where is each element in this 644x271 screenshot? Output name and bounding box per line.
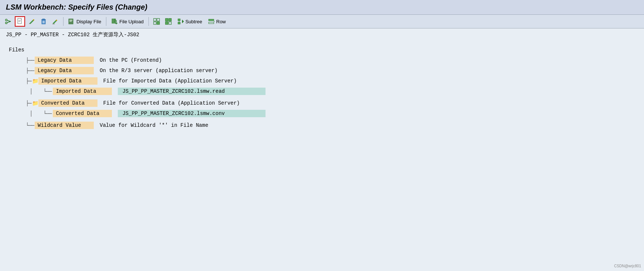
row-icon bbox=[208, 18, 215, 25]
new-doc-button[interactable] bbox=[15, 16, 25, 27]
row-label: Row bbox=[216, 19, 226, 24]
svg-rect-31 bbox=[169, 18, 171, 21]
svg-rect-15 bbox=[52, 24, 55, 24]
main-content: Files ├── Legacy Data On the PC (Fronten… bbox=[0, 41, 644, 136]
svg-rect-26 bbox=[154, 18, 156, 21]
watermark: CSDN@wrjc801 bbox=[614, 264, 641, 268]
tree-row[interactable]: │ └── Imported Data JS_PP_PP_MASTER_ZCRC… bbox=[30, 87, 635, 96]
svg-rect-28 bbox=[154, 22, 156, 24]
files-label: Files bbox=[9, 47, 635, 53]
display-file-label: Display File bbox=[76, 19, 101, 24]
collapse-icon bbox=[165, 18, 172, 25]
svg-rect-30 bbox=[165, 18, 168, 21]
separator-3 bbox=[148, 17, 149, 26]
tree-row[interactable]: ├─ 📁 Imported Data File for Imported Dat… bbox=[15, 77, 635, 85]
tree-row[interactable]: │ └── Converted Data JS_PP_PP_MASTER_ZCR… bbox=[30, 109, 635, 118]
node-label-legacy2: Legacy Data bbox=[35, 67, 94, 74]
node-desc-legacy1: On the PC (Frontend) bbox=[100, 57, 162, 63]
svg-marker-37 bbox=[182, 20, 184, 23]
svg-rect-34 bbox=[178, 19, 180, 21]
node-desc-legacy2: On the R/3 server (application server) bbox=[100, 68, 217, 74]
file-upload-icon bbox=[111, 18, 118, 25]
folder-icon-converted: 📁 bbox=[32, 100, 38, 106]
svg-rect-29 bbox=[157, 22, 160, 24]
node-label-converted-parent: Converted Data bbox=[38, 99, 97, 107]
tree-connector: ├─ bbox=[15, 100, 31, 106]
tree-connector: ├─ bbox=[15, 78, 31, 84]
expand-icon bbox=[153, 18, 160, 25]
svg-line-3 bbox=[7, 21, 11, 23]
tree-connector: │ └── bbox=[30, 111, 51, 116]
subtree-label: Subtree bbox=[185, 19, 202, 24]
display-file-button[interactable]: Display File bbox=[66, 16, 103, 27]
separator-1 bbox=[63, 17, 64, 26]
edit-button[interactable] bbox=[27, 16, 37, 27]
collapse-button[interactable] bbox=[163, 16, 174, 27]
tree-row[interactable]: ├── Legacy Data On the R/3 server (appli… bbox=[15, 66, 635, 75]
scissors-button[interactable] bbox=[3, 16, 13, 27]
toolbar: Display File File Upload bbox=[0, 15, 644, 28]
svg-rect-11 bbox=[42, 19, 45, 20]
tree-row[interactable]: ├── Legacy Data On the PC (Frontend) bbox=[15, 56, 635, 65]
subtree-icon bbox=[177, 18, 184, 25]
row-button[interactable]: Row bbox=[206, 16, 228, 27]
edit2-button[interactable] bbox=[50, 16, 61, 27]
tree-connector: ├── bbox=[15, 68, 34, 74]
node-desc-wildcard: Value for Wildcard '*' in File Name bbox=[100, 122, 208, 128]
node-label-imported-parent: Imported Data bbox=[38, 77, 97, 85]
node-value-imported: JS_PP_PP_MASTER_ZCRC102.lsmw.read bbox=[118, 88, 266, 95]
tree-row[interactable]: └── Wildcard Value Value for Wildcard '*… bbox=[15, 121, 635, 130]
node-label-legacy1: Legacy Data bbox=[35, 57, 94, 64]
display-file-icon bbox=[68, 18, 75, 25]
subtree-button[interactable]: Subtree bbox=[175, 16, 205, 27]
tree-connector: ├── bbox=[15, 57, 34, 63]
expand-button[interactable] bbox=[151, 16, 162, 27]
file-upload-label: File Upload bbox=[119, 19, 144, 24]
node-label-converted-child: Converted Data bbox=[53, 110, 112, 117]
trash-button[interactable] bbox=[38, 16, 49, 27]
tree-row[interactable]: ├─ 📁 Converted Data File for Converted D… bbox=[15, 99, 635, 108]
svg-rect-39 bbox=[209, 22, 214, 24]
node-value-converted: JS_PP_PP_MASTER_ZCRC102.lsmw.conv bbox=[118, 110, 266, 117]
svg-rect-38 bbox=[209, 19, 214, 21]
svg-rect-32 bbox=[165, 22, 168, 24]
svg-point-1 bbox=[6, 22, 7, 24]
svg-rect-33 bbox=[169, 22, 171, 24]
node-desc-converted-parent: File for Converted Data (Application Ser… bbox=[103, 100, 240, 106]
svg-line-2 bbox=[7, 20, 11, 21]
breadcrumb: JS_PP - PP_MASTER - ZCRC102 生产资源导入-JS02 bbox=[0, 28, 644, 41]
page-title: LSM Workbench: Specify Files (Change) bbox=[6, 3, 638, 11]
tree: ├── Legacy Data On the PC (Frontend) ├──… bbox=[15, 56, 635, 130]
node-label-wildcard: Wildcard Value bbox=[35, 122, 94, 129]
svg-rect-27 bbox=[157, 18, 160, 21]
svg-line-8 bbox=[29, 23, 30, 24]
separator-2 bbox=[106, 17, 106, 26]
file-upload-button[interactable]: File Upload bbox=[109, 16, 146, 27]
svg-rect-36 bbox=[178, 22, 180, 24]
folder-icon-imported: 📁 bbox=[32, 78, 38, 84]
svg-point-0 bbox=[6, 19, 7, 21]
svg-marker-40 bbox=[214, 21, 215, 22]
tree-connector: │ └── bbox=[30, 88, 51, 94]
node-label-imported-child: Imported Data bbox=[53, 88, 112, 95]
node-desc-imported-parent: File for Imported Data (Application Serv… bbox=[103, 78, 237, 84]
title-bar: LSM Workbench: Specify Files (Change) bbox=[0, 0, 644, 15]
tree-connector: └── bbox=[15, 122, 34, 128]
